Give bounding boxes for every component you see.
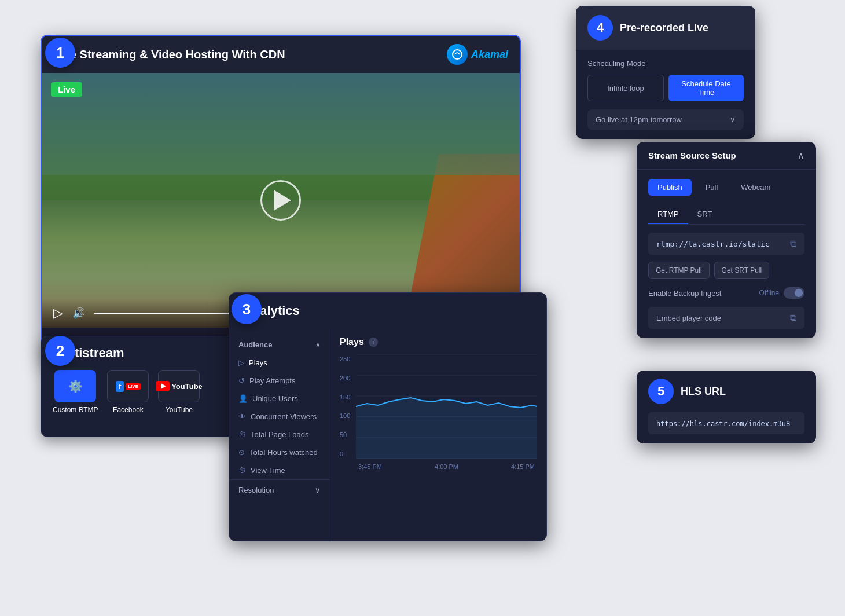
info-icon[interactable]: i [369, 338, 378, 347]
video-title: Live Streaming & Video Hosting With CDN [53, 48, 285, 61]
hls-url-field: https://hls.castr.com/index.m3u8 [648, 412, 804, 434]
chart-svg [356, 354, 537, 459]
protocol-tabs: RTMP SRT [648, 205, 804, 225]
view-time-icon: ⏱ [238, 466, 246, 475]
stream-source-title: Stream Source Setup [648, 151, 736, 160]
y-label-50: 50 [340, 431, 350, 438]
pull-tab[interactable]: Pull [696, 179, 728, 196]
backup-ingest-status: Offline [759, 287, 804, 299]
embed-copy-icon[interactable]: ⧉ [790, 313, 796, 323]
stream-source-body: Publish Pull Webcam RTMP SRT rtmp://la.c… [637, 170, 816, 338]
badge-2: 2 [45, 336, 75, 366]
custom-rtmp-icon: ⚙️ [54, 370, 96, 402]
stream-source-header: Stream Source Setup ∧ [637, 142, 816, 170]
audience-section-header[interactable]: Audience ∧ [229, 336, 330, 354]
badge-3: 3 [232, 294, 262, 324]
video-main: Live ▷ 🔊 [42, 73, 520, 328]
youtube-destination[interactable]: YouTube YouTube [158, 370, 200, 414]
total-page-loads-menu-item[interactable]: ⏱ Total Page Loads [229, 426, 330, 443]
backup-ingest-label: Enable Backup Ingest [648, 289, 721, 298]
webcam-tab[interactable]: Webcam [732, 179, 780, 196]
gear-icon: ⚙️ [68, 379, 83, 393]
stream-destinations: ⚙️ Custom RTMP f LIVE Facebook Yo [53, 370, 225, 414]
analytics-chart-area: Plays i 250 200 150 100 50 0 [330, 329, 546, 541]
analytics-body: Audience ∧ ▷ Plays ↺ Play Attempts 👤 Uni… [229, 329, 546, 541]
concurrent-viewers-icon: 👁 [238, 412, 246, 421]
prerecorded-panel: 4 Pre-recorded Live Scheduling Mode Infi… [576, 6, 755, 139]
facebook-f-icon: f [116, 381, 124, 392]
x-label-345: 3:45 PM [358, 463, 382, 470]
rtmp-url-text: rtmp://la.castr.io/static [656, 240, 770, 248]
custom-rtmp-destination[interactable]: ⚙️ Custom RTMP [53, 370, 98, 414]
chart-area-fill [356, 398, 537, 459]
backup-ingest-toggle[interactable] [784, 287, 804, 299]
total-hours-watched-label: Total Hours watched [249, 448, 318, 457]
chart-inner: 3:45 PM 4:00 PM 4:15 PM [356, 354, 537, 470]
concurrent-viewers-menu-item[interactable]: 👁 Concurrent Viewers [229, 408, 330, 426]
facebook-label: Facebook [113, 406, 144, 414]
play-triangle-icon [274, 190, 291, 211]
y-label-0: 0 [340, 450, 350, 457]
chevron-down-icon: ∨ [730, 115, 736, 124]
plays-icon: ▷ [238, 358, 244, 367]
live-badge: Live [51, 82, 82, 97]
y-label-150: 150 [340, 394, 350, 401]
view-time-menu-item[interactable]: ⏱ View Time [229, 461, 330, 479]
total-page-loads-label: Total Page Loads [251, 430, 308, 439]
plays-menu-item[interactable]: ▷ Plays [229, 354, 330, 372]
hls-url-panel: 5 HLS URL https://hls.castr.com/index.m3… [637, 371, 816, 443]
page-loads-icon: ⏱ [238, 430, 246, 439]
x-label-400: 4:00 PM [435, 463, 458, 470]
infinite-loop-button[interactable]: Infinte loop [587, 75, 664, 101]
rtmp-protocol-tab[interactable]: RTMP [648, 205, 688, 224]
analytics-sidebar: Audience ∧ ▷ Plays ↺ Play Attempts 👤 Uni… [229, 329, 330, 541]
video-play-button[interactable] [260, 180, 301, 221]
backup-ingest-row: Enable Backup Ingest Offline [648, 287, 804, 299]
y-label-200: 200 [340, 375, 350, 382]
akamai-logo: Akamai [447, 44, 508, 65]
copy-icon[interactable]: ⧉ [790, 239, 796, 249]
chevron-down-icon: ∨ [315, 486, 321, 494]
chevron-up-icon: ∧ [315, 341, 321, 349]
get-srt-pull-button[interactable]: Get SRT Pull [714, 262, 770, 279]
play-control-icon[interactable]: ▷ [53, 306, 63, 321]
play-attempts-menu-item[interactable]: ↺ Play Attempts [229, 372, 330, 390]
offline-status-text: Offline [759, 289, 779, 297]
publish-tab[interactable]: Publish [648, 179, 692, 196]
total-hours-watched-menu-item[interactable]: ⊙ Total Hours watched [229, 443, 330, 461]
schedule-date-time-button[interactable]: Schedule Date Time [668, 75, 744, 101]
y-label-250: 250 [340, 355, 350, 362]
multistream-title: Multistream [53, 346, 225, 361]
youtube-text: YouTube [171, 382, 203, 391]
facebook-destination[interactable]: f LIVE Facebook [107, 370, 149, 414]
scheduling-mode-label: Scheduling Mode [587, 59, 744, 68]
y-label-100: 100 [340, 412, 350, 419]
get-rtmp-pull-button[interactable]: Get RTMP Pull [648, 262, 710, 279]
chart-x-labels: 3:45 PM 4:00 PM 4:15 PM [356, 463, 537, 470]
hls-url-text: https://hls.castr.com/index.m3u8 [656, 420, 790, 428]
chevron-up-icon: ∧ [798, 150, 804, 161]
scheduling-buttons: Infinte loop Schedule Date Time [587, 75, 744, 101]
akamai-circle-icon [447, 44, 468, 65]
prerecorded-header: 4 Pre-recorded Live [576, 6, 755, 50]
video-header: Live Streaming & Video Hosting With CDN … [42, 36, 520, 73]
volume-icon[interactable]: 🔊 [72, 307, 85, 320]
play-attempts-icon: ↺ [238, 376, 245, 385]
facebook-icon-container: f LIVE [107, 370, 149, 402]
analytics-panel: Analytics Audience ∧ ▷ Plays ↺ Play Atte… [229, 292, 547, 541]
unique-users-menu-item[interactable]: 👤 Unique Users [229, 390, 330, 408]
toggle-dot [795, 289, 803, 297]
hours-watched-icon: ⊙ [238, 448, 245, 457]
unique-users-label: Unique Users [252, 394, 298, 403]
schedule-dropdown[interactable]: Go live at 12pm tomorrow ∨ [587, 109, 744, 130]
resolution-section-header[interactable]: Resolution ∨ [229, 479, 330, 500]
youtube-icon [156, 381, 170, 391]
embed-player-code-row[interactable]: Embed player code ⧉ [648, 307, 804, 329]
srt-protocol-tab[interactable]: SRT [688, 205, 722, 224]
concurrent-viewers-label: Concurrent Viewers [251, 412, 317, 421]
unique-users-icon: 👤 [238, 394, 248, 403]
stream-source-tabs: Publish Pull Webcam [648, 179, 804, 196]
hls-body: https://hls.castr.com/index.m3u8 [637, 412, 816, 443]
prerecorded-body: Scheduling Mode Infinte loop Schedule Da… [576, 50, 755, 139]
resolution-label: Resolution [238, 486, 274, 494]
